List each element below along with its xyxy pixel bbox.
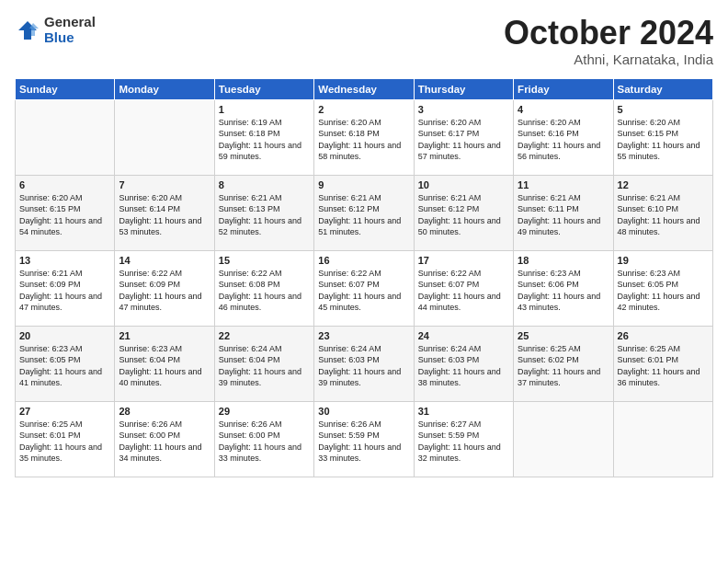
cell-2-6: 11Sunrise: 6:21 AMSunset: 6:11 PMDayligh… — [514, 175, 613, 250]
day-number: 14 — [119, 255, 210, 266]
day-info: Sunrise: 6:21 AMSunset: 6:09 PMDaylight:… — [19, 268, 110, 314]
day-info: Sunrise: 6:20 AMSunset: 6:15 PMDaylight:… — [19, 192, 110, 238]
cell-2-7: 12Sunrise: 6:21 AMSunset: 6:10 PMDayligh… — [613, 175, 712, 250]
calendar-page: General Blue October 2024 Athni, Karnata… — [0, 0, 728, 563]
week-row-2: 6Sunrise: 6:20 AMSunset: 6:15 PMDaylight… — [16, 175, 713, 250]
day-info: Sunrise: 6:22 AMSunset: 6:08 PMDaylight:… — [219, 268, 310, 314]
day-info: Sunrise: 6:23 AMSunset: 6:05 PMDaylight:… — [19, 343, 110, 389]
cell-1-2 — [115, 99, 214, 175]
day-info: Sunrise: 6:27 AMSunset: 5:59 PMDaylight:… — [418, 419, 509, 465]
day-info: Sunrise: 6:23 AMSunset: 6:06 PMDaylight:… — [518, 268, 609, 314]
day-number: 2 — [318, 104, 409, 115]
day-number: 27 — [19, 406, 110, 417]
day-info: Sunrise: 6:20 AMSunset: 6:18 PMDaylight:… — [318, 117, 409, 163]
day-info: Sunrise: 6:25 AMSunset: 6:02 PMDaylight:… — [518, 343, 609, 389]
cell-5-7 — [613, 401, 712, 477]
cell-4-2: 21Sunrise: 6:23 AMSunset: 6:04 PMDayligh… — [115, 326, 214, 401]
day-info: Sunrise: 6:21 AMSunset: 6:12 PMDaylight:… — [318, 192, 409, 238]
cell-5-1: 27Sunrise: 6:25 AMSunset: 6:01 PMDayligh… — [16, 401, 115, 477]
day-number: 31 — [418, 406, 509, 417]
cell-4-7: 26Sunrise: 6:25 AMSunset: 6:01 PMDayligh… — [613, 326, 712, 401]
day-info: Sunrise: 6:26 AMSunset: 6:00 PMDaylight:… — [119, 419, 210, 465]
cell-3-7: 19Sunrise: 6:23 AMSunset: 6:05 PMDayligh… — [613, 250, 712, 326]
logo-general: General — [44, 15, 96, 30]
location: Athni, Karnataka, India — [504, 52, 713, 67]
col-wednesday: Wednesday — [314, 78, 414, 99]
day-number: 13 — [19, 255, 110, 266]
header: General Blue October 2024 Athni, Karnata… — [15, 15, 713, 67]
cell-5-2: 28Sunrise: 6:26 AMSunset: 6:00 PMDayligh… — [115, 401, 214, 477]
day-number: 18 — [518, 255, 609, 266]
day-number: 26 — [618, 330, 709, 341]
cell-2-2: 7Sunrise: 6:20 AMSunset: 6:14 PMDaylight… — [115, 175, 214, 250]
cell-4-1: 20Sunrise: 6:23 AMSunset: 6:05 PMDayligh… — [16, 326, 115, 401]
day-number: 28 — [119, 406, 210, 417]
header-row: Sunday Monday Tuesday Wednesday Thursday… — [16, 78, 713, 99]
col-monday: Monday — [115, 78, 214, 99]
logo: General Blue — [15, 15, 96, 45]
day-number: 3 — [418, 104, 509, 115]
day-info: Sunrise: 6:25 AMSunset: 6:01 PMDaylight:… — [19, 419, 110, 465]
day-info: Sunrise: 6:22 AMSunset: 6:07 PMDaylight:… — [318, 268, 409, 314]
day-info: Sunrise: 6:24 AMSunset: 6:04 PMDaylight:… — [219, 343, 310, 389]
cell-3-4: 16Sunrise: 6:22 AMSunset: 6:07 PMDayligh… — [314, 250, 414, 326]
cell-4-3: 22Sunrise: 6:24 AMSunset: 6:04 PMDayligh… — [214, 326, 313, 401]
day-number: 29 — [219, 406, 310, 417]
day-info: Sunrise: 6:21 AMSunset: 6:11 PMDaylight:… — [518, 192, 609, 238]
day-info: Sunrise: 6:20 AMSunset: 6:15 PMDaylight:… — [618, 117, 709, 163]
col-sunday: Sunday — [16, 78, 115, 99]
day-number: 22 — [219, 330, 310, 341]
cell-3-1: 13Sunrise: 6:21 AMSunset: 6:09 PMDayligh… — [16, 250, 115, 326]
cell-2-1: 6Sunrise: 6:20 AMSunset: 6:15 PMDaylight… — [16, 175, 115, 250]
cell-2-5: 10Sunrise: 6:21 AMSunset: 6:12 PMDayligh… — [414, 175, 513, 250]
cell-4-6: 25Sunrise: 6:25 AMSunset: 6:02 PMDayligh… — [514, 326, 613, 401]
calendar-body: 1Sunrise: 6:19 AMSunset: 6:18 PMDaylight… — [16, 99, 713, 477]
col-friday: Friday — [514, 78, 613, 99]
week-row-5: 27Sunrise: 6:25 AMSunset: 6:01 PMDayligh… — [16, 401, 713, 477]
day-info: Sunrise: 6:21 AMSunset: 6:12 PMDaylight:… — [418, 192, 509, 238]
day-number: 4 — [518, 104, 609, 115]
cell-3-5: 17Sunrise: 6:22 AMSunset: 6:07 PMDayligh… — [414, 250, 513, 326]
day-info: Sunrise: 6:26 AMSunset: 6:00 PMDaylight:… — [219, 419, 310, 465]
day-number: 10 — [418, 179, 509, 190]
cell-5-3: 29Sunrise: 6:26 AMSunset: 6:00 PMDayligh… — [214, 401, 313, 477]
day-number: 11 — [518, 179, 609, 190]
day-info: Sunrise: 6:25 AMSunset: 6:01 PMDaylight:… — [618, 343, 709, 389]
day-number: 15 — [219, 255, 310, 266]
month-title: October 2024 — [504, 15, 713, 52]
title-block: October 2024 Athni, Karnataka, India — [504, 15, 713, 67]
day-number: 25 — [518, 330, 609, 341]
day-number: 16 — [318, 255, 409, 266]
day-number: 6 — [19, 179, 110, 190]
cell-2-3: 8Sunrise: 6:21 AMSunset: 6:13 PMDaylight… — [214, 175, 313, 250]
day-number: 19 — [618, 255, 709, 266]
day-number: 7 — [119, 179, 210, 190]
day-number: 21 — [119, 330, 210, 341]
cell-5-4: 30Sunrise: 6:26 AMSunset: 5:59 PMDayligh… — [314, 401, 414, 477]
week-row-4: 20Sunrise: 6:23 AMSunset: 6:05 PMDayligh… — [16, 326, 713, 401]
logo-text: General Blue — [44, 15, 96, 45]
day-info: Sunrise: 6:23 AMSunset: 6:04 PMDaylight:… — [119, 343, 210, 389]
day-number: 20 — [19, 330, 110, 341]
cell-4-5: 24Sunrise: 6:24 AMSunset: 6:03 PMDayligh… — [414, 326, 513, 401]
day-info: Sunrise: 6:21 AMSunset: 6:10 PMDaylight:… — [618, 192, 709, 238]
day-number: 12 — [618, 179, 709, 190]
day-info: Sunrise: 6:20 AMSunset: 6:17 PMDaylight:… — [418, 117, 509, 163]
col-saturday: Saturday — [613, 78, 712, 99]
day-number: 24 — [418, 330, 509, 341]
day-info: Sunrise: 6:20 AMSunset: 6:14 PMDaylight:… — [119, 192, 210, 238]
day-info: Sunrise: 6:19 AMSunset: 6:18 PMDaylight:… — [219, 117, 310, 163]
logo-blue: Blue — [44, 30, 96, 46]
cell-2-4: 9Sunrise: 6:21 AMSunset: 6:12 PMDaylight… — [314, 175, 414, 250]
day-info: Sunrise: 6:20 AMSunset: 6:16 PMDaylight:… — [518, 117, 609, 163]
day-info: Sunrise: 6:22 AMSunset: 6:07 PMDaylight:… — [418, 268, 509, 314]
day-number: 17 — [418, 255, 509, 266]
cell-1-5: 3Sunrise: 6:20 AMSunset: 6:17 PMDaylight… — [414, 99, 513, 175]
logo-icon — [15, 17, 40, 43]
day-info: Sunrise: 6:22 AMSunset: 6:09 PMDaylight:… — [119, 268, 210, 314]
day-info: Sunrise: 6:26 AMSunset: 5:59 PMDaylight:… — [318, 419, 409, 465]
day-number: 30 — [318, 406, 409, 417]
cell-5-6 — [514, 401, 613, 477]
cell-1-1 — [16, 99, 115, 175]
day-info: Sunrise: 6:24 AMSunset: 6:03 PMDaylight:… — [318, 343, 409, 389]
